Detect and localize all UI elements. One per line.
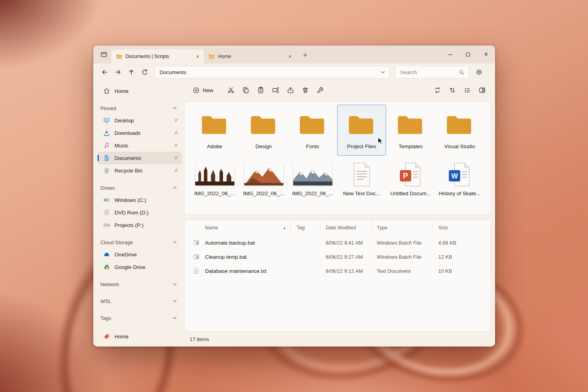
sidebar-item-music[interactable]: Music — [97, 139, 182, 152]
folder-tile-visual-studio[interactable]: Visual Studio — [435, 105, 484, 156]
list-header: Name ▲ Tag Date Modified Type Size — [185, 220, 491, 236]
column-header-type[interactable]: Type — [372, 220, 433, 236]
close-icon: × — [484, 51, 488, 58]
file-tile-new-text-doc[interactable]: New Text Doc... — [337, 156, 386, 205]
tools-button[interactable] — [313, 83, 328, 97]
sync-button[interactable] — [430, 83, 445, 97]
sidebar-item-label: Downloads — [114, 130, 141, 136]
sidebar-tag-home[interactable]: Home — [97, 330, 182, 343]
file-tile-img3[interactable]: IMG_2022_06_... — [288, 156, 337, 205]
chevron-up-icon[interactable] — [172, 106, 177, 111]
folder-icon — [349, 110, 375, 140]
tab-close-icon[interactable]: × — [194, 53, 201, 60]
tab-close-icon[interactable]: × — [286, 53, 294, 60]
new-tab-button[interactable] — [299, 49, 310, 60]
powerpoint-document-icon — [400, 162, 422, 187]
tab-home[interactable]: Home × — [204, 49, 296, 64]
folder-name: Project Files — [347, 143, 376, 149]
chevron-down-icon[interactable] — [172, 282, 177, 287]
sidebar-section-network[interactable]: Network — [97, 278, 182, 290]
chevron-up-icon[interactable] — [172, 185, 177, 190]
window-controls: × — [441, 45, 495, 64]
minimize-button[interactable] — [441, 45, 459, 64]
search-icon — [459, 69, 465, 75]
sidebar-section-cloud-storage[interactable]: Cloud Storage — [97, 236, 182, 248]
column-header-name[interactable]: Name ▲ — [205, 220, 290, 236]
rename-button[interactable] — [268, 83, 283, 97]
address-dropdown-icon[interactable] — [381, 70, 385, 74]
file-row-cleanup-temp[interactable]: Cleanup temp.bat 6/06/22 9:27 AM Windows… — [185, 250, 491, 264]
file-type: Text Document — [372, 268, 433, 274]
sync-icon — [434, 87, 441, 94]
download-icon — [103, 129, 111, 136]
folder-tile-project-files[interactable]: Project Files — [337, 105, 386, 156]
file-tile-img1[interactable]: IMG_2022_06_... — [190, 156, 239, 205]
sidebar-item-label: Windows (C:) — [114, 197, 146, 203]
onedrive-icon — [103, 251, 111, 258]
section-label: Pinned — [100, 105, 116, 111]
sidebar-item-label: Projects (P:) — [114, 222, 143, 228]
sidebar-item-downloads[interactable]: Downloads — [97, 127, 182, 139]
sidebar-item-documents[interactable]: Documents — [97, 152, 182, 164]
file-row-automate-backup[interactable]: Automate backup.bat 6/06/22 9:41 AM Wind… — [185, 236, 491, 250]
sidebar-item-home[interactable]: Home — [97, 85, 182, 97]
file-tile-history-of-skate[interactable]: History of Skate... — [435, 156, 484, 205]
forward-button[interactable] — [111, 66, 125, 78]
folder-tile-fonts[interactable]: Fonts — [288, 105, 337, 156]
refresh-button[interactable] — [138, 66, 151, 78]
sidebar-item-projects-p[interactable]: Projects (P:) — [97, 219, 182, 231]
cut-button[interactable] — [223, 83, 238, 97]
sidebar-section-drives[interactable]: Drives — [97, 182, 182, 194]
maximize-button[interactable] — [459, 45, 477, 64]
file-row-database-maintenance[interactable]: Database maintenance.txt 6/06/22 9:12 AM… — [185, 264, 491, 278]
column-header-tag[interactable]: Tag — [290, 220, 321, 236]
navigation-toolbar: Documents Search — [93, 64, 495, 81]
sidebar-section-tags[interactable]: Tags — [97, 312, 182, 324]
file-tile-untitled-document[interactable]: Untitled Docum... — [386, 156, 435, 205]
view-options-button[interactable] — [460, 83, 475, 97]
sidebar-item-google-drive[interactable]: Google Drive — [97, 261, 182, 273]
chevron-down-icon[interactable] — [172, 299, 177, 303]
sidebar-section-pinned[interactable]: Pinned — [97, 102, 182, 114]
chevron-down-icon[interactable] — [172, 316, 177, 320]
sidebar-item-dvd-d[interactable]: DVD Rom (D:) — [97, 206, 182, 219]
up-button[interactable] — [125, 66, 138, 78]
sidebar-item-label: Google Drive — [114, 264, 145, 270]
sidebar-item-onedrive[interactable]: OneDrive — [97, 248, 182, 261]
batch-file-icon — [193, 240, 200, 246]
column-header-size[interactable]: Size — [433, 220, 471, 236]
sidebar-item-windows-c[interactable]: Windows (C:) — [97, 194, 182, 206]
delete-button[interactable] — [298, 83, 313, 97]
sort-button[interactable] — [445, 83, 460, 97]
main-panel: New — [184, 81, 495, 347]
sidebar-item-label: Documents — [114, 155, 141, 161]
folder-tile-design[interactable]: Design — [239, 105, 288, 156]
sidebar-item-label: Home — [114, 334, 129, 339]
details-pane-button[interactable] — [475, 83, 490, 97]
back-button[interactable] — [98, 66, 111, 78]
sidebar-item-label: Recycle Bin — [114, 168, 142, 174]
share-button[interactable] — [283, 83, 298, 97]
chevron-up-icon[interactable] — [172, 240, 177, 245]
sidebar-section-wsl[interactable]: WSL — [97, 295, 182, 307]
folder-tile-templates[interactable]: Templates — [386, 105, 435, 156]
settings-button[interactable] — [472, 66, 486, 78]
address-bar[interactable]: Documents — [154, 66, 390, 78]
text-document-icon — [352, 162, 372, 187]
plus-icon — [302, 52, 308, 58]
file-tile-img2[interactable]: IMG_2022_06_... — [239, 156, 288, 205]
copy-button[interactable] — [238, 83, 253, 97]
trash-icon — [302, 87, 309, 94]
tab-folder-icon — [116, 54, 122, 59]
sidebar-item-desktop[interactable]: Desktop — [97, 114, 182, 127]
tab-list-icon[interactable] — [98, 49, 110, 60]
sidebar-item-recycle-bin[interactable]: Recycle Bin — [97, 164, 182, 177]
new-button[interactable]: New — [188, 84, 218, 96]
search-input[interactable]: Search — [395, 66, 469, 78]
tab-documents-scripts[interactable]: Documents | Scripts × — [111, 49, 204, 64]
close-button[interactable]: × — [477, 45, 495, 64]
column-header-date-modified[interactable]: Date Modified — [321, 220, 372, 236]
folder-tile-adobe[interactable]: Adobe — [190, 105, 239, 156]
paste-button[interactable] — [253, 83, 268, 97]
disc-icon — [103, 209, 111, 216]
